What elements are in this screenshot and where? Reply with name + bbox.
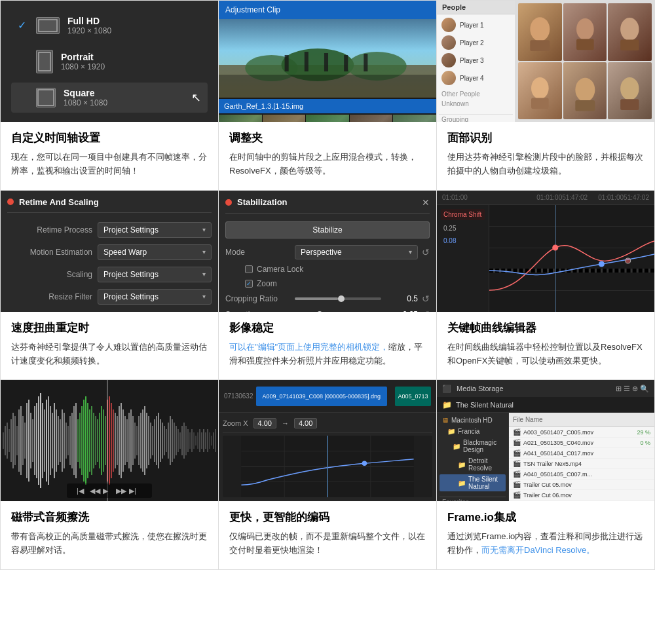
retime-dropdown-3-val: Project Settings	[103, 270, 159, 279]
tree-macintosh[interactable]: 🖥 Macintosh HD	[440, 415, 506, 425]
svg-rect-62	[62, 409, 63, 472]
people-name-1: Player 1	[460, 22, 510, 29]
face-thumb-2	[563, 3, 607, 61]
camera-lock-checkbox[interactable]	[245, 265, 253, 273]
svg-rect-104	[144, 406, 145, 475]
svg-rect-1	[40, 21, 56, 30]
waveform-svg: |◀ ◀◀ ▶ ▶▶ ▶|	[1, 380, 218, 501]
stabilize-button[interactable]: Stabilize	[225, 221, 430, 238]
resolution-portrait[interactable]: ✓ Portrait 1080 × 1920	[11, 45, 208, 79]
encode-bottom: Zoom X 4.00 → 4.00	[219, 413, 436, 501]
square-icon	[36, 88, 56, 107]
cell5-desc: 可以在"编辑"页面上使用完整的相机锁定，缩放，平滑和强度控件来分析照片并应用稳定…	[229, 341, 426, 368]
cell9-content: Frame.io集成 通过浏览Frame.io内容，查看注释和同步批注进行远程协…	[437, 501, 654, 569]
svg-rect-117	[170, 416, 171, 465]
svg-rect-128	[191, 429, 193, 452]
tree-detroit-label: Detroit Resolve	[468, 457, 503, 472]
cell-face-recognition: People Player 1 Player 2 Player 3	[437, 1, 655, 191]
adj-clip-panel: Adjustment Clip	[219, 1, 436, 122]
tree-silent-label: The Silent Natural	[468, 476, 503, 490]
tree-blackmagic[interactable]: 📁 Blackmagic Design	[440, 438, 506, 455]
svg-rect-3	[40, 54, 49, 69]
tree-bmd-label: Blackmagic Design	[463, 439, 503, 453]
svg-rect-131	[197, 432, 198, 449]
adj-footage	[219, 19, 436, 98]
svg-rect-122	[179, 432, 181, 449]
svg-rect-34	[7, 423, 8, 459]
chroma-shift-label: Chroma Shift	[441, 209, 485, 220]
svg-text:|◀: |◀	[77, 487, 84, 495]
frameio-image: ⬛ Media Storage ⊞ ☰ ⊕ 🔍 📁 The Silent Nat…	[437, 380, 654, 501]
retime-dropdown-4[interactable]: Project Settings ▾	[98, 289, 212, 305]
curve-main	[489, 205, 654, 312]
cell3-content: 面部识别 使用达芬奇神经引擎检测片段中的脸部，并根据每次拍摄中的人物自动创建垃圾…	[437, 122, 654, 190]
cell3-title: 面部识别	[447, 131, 644, 145]
svg-rect-53	[44, 409, 45, 472]
face-thumb-5	[563, 62, 607, 120]
svg-point-29	[599, 261, 604, 267]
people-panel: People Player 1 Player 2 Player 3	[437, 1, 515, 122]
svg-point-28	[553, 245, 558, 250]
retime-dot	[7, 199, 14, 205]
tree-detroit[interactable]: 📁 Detroit Resolve	[440, 456, 506, 473]
stab-panel: Stabilization ✕ Stabilize Mode Perspecti…	[219, 191, 436, 312]
retime-dropdown-2[interactable]: Speed Warp ▾	[98, 244, 212, 260]
svg-rect-76	[89, 409, 90, 472]
avatar-4	[441, 71, 456, 85]
svg-rect-103	[142, 409, 143, 472]
svg-rect-93	[122, 409, 124, 472]
cropping-ratio-slider[interactable]	[295, 297, 381, 300]
resolution-selector-image: ✓ Full HD 1920 × 1080 ✓	[1, 1, 218, 122]
svg-rect-44	[26, 403, 28, 478]
svg-rect-87	[111, 403, 112, 478]
resolution-square[interactable]: ✓ Square 1080 × 1080 ↖	[11, 83, 208, 113]
zoom-val-left: 4.00	[253, 418, 276, 428]
svg-rect-137	[209, 432, 210, 449]
svg-rect-98	[132, 416, 134, 465]
stab-desc-highlight: 可以在"编辑"页面上使用完整的相机锁定，	[229, 342, 388, 352]
file-name-3: A041_0501404_C017.mov	[523, 450, 648, 457]
svg-rect-19	[576, 39, 594, 50]
cell8-desc: 仅编码已更改的帧，而不是重新编码整个文件，以在交付时显着更快地渲染！	[229, 530, 426, 558]
stab-mode-reset[interactable]: ↺	[422, 247, 430, 257]
svg-rect-40	[18, 409, 20, 472]
svg-rect-49	[36, 403, 37, 478]
svg-rect-77	[91, 406, 92, 475]
tree-francia[interactable]: 📁 Francia	[440, 426, 506, 436]
svg-rect-123	[181, 426, 183, 455]
zoom-x-label: Zoom X	[223, 419, 248, 427]
retime-dropdown-3[interactable]: Project Settings ▾	[98, 267, 212, 282]
retime-label-2: Motion Estimation	[7, 248, 92, 257]
svg-point-18	[576, 18, 594, 40]
cell2-content: 调整夹 在时间轴中的剪辑片段之上应用混合模式，转换，ResolveFX，颜色等级…	[219, 122, 436, 190]
retime-row-2: Motion Estimation Speed Warp ▾	[7, 244, 212, 260]
stab-mode-label: Mode	[225, 248, 291, 257]
svg-rect-88	[113, 409, 114, 472]
film-frame-2	[263, 115, 306, 122]
retime-image: Retime And Scaling Retime Process Projec…	[1, 191, 218, 312]
cell-adjustment-clip: Adjustment Clip	[219, 1, 437, 191]
stab-close-icon[interactable]: ✕	[422, 197, 430, 208]
cropping-reset-icon[interactable]: ↺	[422, 294, 430, 304]
cell1-content: 自定义时间轴设置 现在，您可以在同一项目中创建具有不同帧速率，分辨率，监视和输出…	[1, 122, 218, 190]
frameio-body: 🖥 Macintosh HD 📁 Francia 📁 Blackmagic De…	[437, 413, 654, 501]
cropping-slider-thumb[interactable]	[338, 295, 345, 302]
file-icon-5: 🎬	[513, 470, 521, 478]
svg-rect-130	[195, 436, 196, 445]
stab-header: Stabilization ✕	[225, 197, 430, 214]
svg-rect-27	[620, 99, 639, 110]
unknown-label: Unknown	[439, 99, 513, 109]
resolution-fullhd[interactable]: ✓ Full HD 1920 × 1080	[11, 10, 208, 41]
camera-lock-label: Camera Lock	[257, 265, 303, 274]
encode-controls-row: Zoom X 4.00 → 4.00	[223, 417, 432, 433]
svg-rect-114	[164, 426, 165, 455]
zoom-val-right: 4.00	[294, 418, 317, 428]
retime-dropdown-1[interactable]: Project Settings ▾	[98, 222, 212, 238]
svg-rect-69	[75, 403, 77, 478]
zoom-checkbox[interactable]: ✓	[245, 280, 253, 288]
tree-silent[interactable]: 📁 The Silent Natural	[440, 474, 506, 491]
encode-image: 07130632 A009_07141039_C008 [000005-0008…	[219, 380, 436, 501]
stab-mode-dropdown[interactable]: Perspective ▾	[295, 245, 418, 259]
cursor-arrow-icon: ↖	[191, 90, 201, 105]
svg-rect-112	[160, 419, 161, 462]
